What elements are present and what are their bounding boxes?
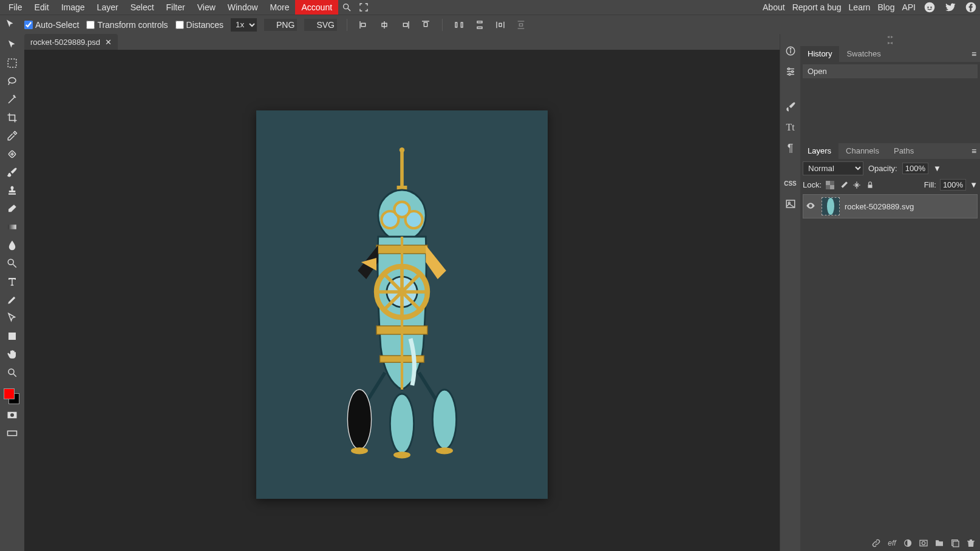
crop-tool[interactable] — [3, 110, 21, 125]
image-panel-icon[interactable] — [783, 197, 798, 211]
healing-tool[interactable] — [3, 147, 21, 161]
adjustments-icon[interactable] — [783, 64, 798, 79]
panel-collapse-handle[interactable]: ◂ ▸ — [800, 34, 980, 40]
menu-more[interactable]: More — [264, 0, 296, 15]
distribute-spacing-h-icon[interactable] — [494, 18, 507, 32]
zoom-select[interactable]: 1x — [231, 18, 257, 32]
marquee-tool[interactable] — [3, 56, 21, 70]
reddit-icon[interactable] — [923, 1, 936, 14]
export-svg-button[interactable]: SVG — [304, 19, 337, 31]
stamp-tool[interactable] — [3, 183, 21, 198]
path-select-tool[interactable] — [3, 311, 21, 325]
menu-image[interactable]: Image — [55, 0, 91, 15]
blend-mode-select[interactable]: Normal — [803, 161, 863, 175]
info-icon[interactable] — [783, 44, 798, 58]
export-png-button[interactable]: PNG — [264, 19, 297, 31]
menu-view[interactable]: View — [191, 0, 222, 15]
menu-file[interactable]: File — [2, 0, 29, 15]
fullscreen-icon[interactable] — [355, 0, 372, 15]
lock-all-icon[interactable] — [865, 180, 875, 190]
auto-select-checkbox[interactable]: Auto-Select — [24, 20, 79, 30]
hand-tool[interactable] — [3, 347, 21, 362]
distances-checkbox[interactable]: Distances — [175, 20, 223, 30]
align-center-h-icon[interactable] — [378, 18, 391, 32]
shape-tool[interactable] — [3, 329, 21, 343]
menu-edit[interactable]: Edit — [29, 0, 55, 15]
link-api[interactable]: API — [902, 2, 916, 12]
brush-tool[interactable] — [3, 165, 21, 180]
quick-mask-icon[interactable] — [3, 408, 21, 422]
eyedropper-tool[interactable] — [3, 129, 21, 143]
add-mask-icon[interactable] — [918, 538, 929, 549]
tab-paths[interactable]: Paths — [886, 143, 921, 159]
opacity-dropdown-icon[interactable]: ▼ — [933, 164, 941, 173]
zoom-tool[interactable] — [3, 365, 21, 380]
lock-transparency-icon[interactable] — [825, 180, 835, 190]
tab-history[interactable]: History — [800, 46, 839, 62]
lock-pixels-icon[interactable] — [839, 180, 848, 190]
menu-select[interactable]: Select — [124, 0, 160, 15]
lock-position-icon[interactable] — [852, 180, 862, 190]
wand-tool[interactable] — [3, 92, 21, 107]
link-learn[interactable]: Learn — [849, 2, 871, 12]
close-icon[interactable]: ✕ — [105, 38, 112, 47]
brush-panel-icon[interactable] — [783, 100, 798, 114]
facebook-icon[interactable] — [964, 1, 978, 14]
menu-window[interactable]: Window — [222, 0, 264, 15]
link-report-bug[interactable]: Report a bug — [792, 2, 842, 12]
panel-drag-handle[interactable]: ▸◂ — [800, 40, 980, 46]
fill-value[interactable]: 100% — [940, 179, 966, 191]
tab-swatches[interactable]: Swatches — [839, 46, 888, 62]
gradient-tool[interactable] — [3, 220, 21, 234]
pen-tool[interactable] — [3, 292, 21, 307]
history-item[interactable]: Open — [803, 64, 978, 78]
layer-row[interactable]: rocket-5029889.svg — [803, 194, 978, 218]
link-layers-icon[interactable] — [871, 538, 882, 549]
paragraph-panel-icon[interactable]: ¶ — [783, 141, 798, 155]
color-swatch[interactable] — [4, 387, 21, 404]
align-right-icon[interactable] — [398, 18, 412, 32]
lasso-tool[interactable] — [3, 74, 21, 89]
fill-dropdown-icon[interactable]: ▼ — [970, 180, 978, 189]
panel-menu-icon[interactable]: ≡ — [968, 46, 980, 62]
tab-channels[interactable]: Channels — [839, 143, 886, 159]
layer-mask-o-icon[interactable] — [902, 538, 913, 549]
canvas-area[interactable] — [24, 50, 780, 551]
eraser-tool[interactable] — [3, 201, 21, 216]
distribute-spacing-v-icon[interactable] — [514, 18, 528, 32]
layer-name[interactable]: rocket-5029889.svg — [845, 202, 914, 211]
screen-mode-icon[interactable] — [3, 426, 21, 441]
dodge-tool[interactable] — [3, 256, 21, 271]
layer-thumbnail[interactable] — [822, 197, 840, 215]
css-panel-icon[interactable]: CSS — [783, 176, 798, 191]
type-tool[interactable] — [3, 274, 21, 289]
tab-layers[interactable]: Layers — [800, 143, 839, 159]
opacity-value[interactable]: 100% — [902, 163, 928, 174]
panel-menu-icon[interactable]: ≡ — [968, 143, 980, 159]
new-folder-icon[interactable] — [934, 538, 945, 549]
menu-account[interactable]: Account — [295, 0, 338, 15]
new-layer-icon[interactable] — [950, 538, 961, 549]
transform-controls-checkbox[interactable]: Transform controls — [86, 20, 168, 30]
link-blog[interactable]: Blog — [877, 2, 894, 12]
menu-filter[interactable]: Filter — [160, 0, 191, 15]
artboard[interactable] — [256, 110, 548, 499]
delete-layer-icon[interactable] — [965, 538, 976, 549]
document-tab[interactable]: rocket-5029889.psd ✕ — [24, 34, 118, 50]
blur-tool[interactable] — [3, 238, 21, 252]
link-about[interactable]: About — [763, 2, 785, 12]
search-icon[interactable] — [338, 0, 355, 15]
svg-rect-75 — [830, 185, 834, 189]
separator — [347, 19, 347, 31]
layer-visibility-icon[interactable] — [806, 201, 817, 212]
menu-layer[interactable]: Layer — [91, 0, 124, 15]
align-top-icon[interactable] — [419, 18, 432, 32]
distribute-h-icon[interactable] — [452, 18, 466, 32]
layer-effects-icon[interactable]: eff — [886, 538, 897, 549]
distribute-v-icon[interactable] — [473, 18, 486, 32]
twitter-icon[interactable] — [944, 1, 957, 14]
align-left-icon[interactable] — [357, 18, 370, 32]
character-panel-icon[interactable]: Tt — [783, 120, 798, 135]
foreground-color[interactable] — [4, 388, 15, 399]
move-tool[interactable] — [3, 38, 21, 52]
